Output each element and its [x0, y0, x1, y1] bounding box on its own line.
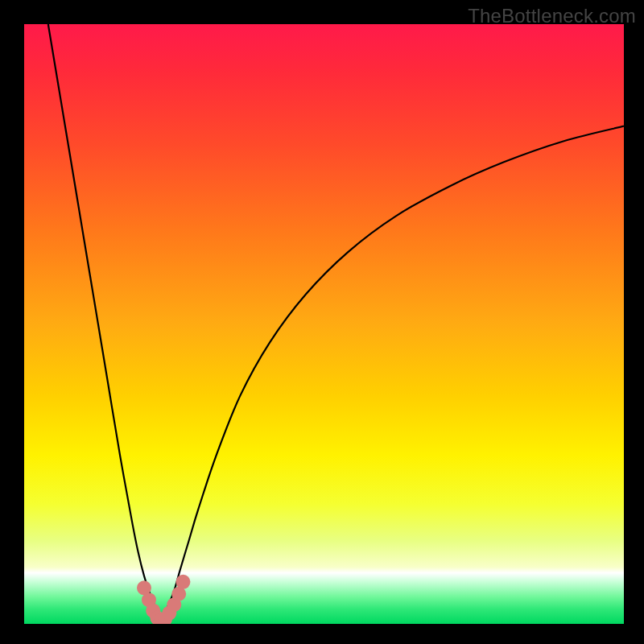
bottleneck-chart [0, 0, 644, 644]
gradient-background [24, 24, 624, 624]
trough-marker [175, 575, 190, 589]
chart-frame: TheBottleneck.com [0, 0, 644, 644]
watermark-text: TheBottleneck.com [468, 5, 636, 27]
